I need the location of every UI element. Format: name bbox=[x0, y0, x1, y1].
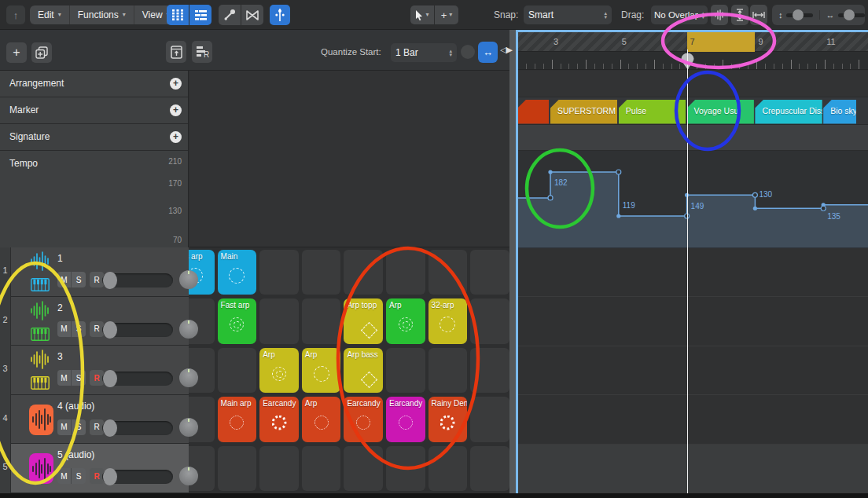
empty-cell-slot[interactable] bbox=[218, 446, 257, 492]
empty-cell-slot[interactable] bbox=[259, 446, 299, 492]
beat-ruler[interactable] bbox=[517, 52, 868, 70]
global-track-signature[interactable]: Signature + bbox=[0, 124, 188, 151]
loop-cell[interactable]: Main bbox=[218, 250, 257, 295]
empty-cell-slot[interactable] bbox=[218, 348, 257, 394]
empty-cell-slot[interactable] bbox=[302, 446, 341, 492]
volume-slider[interactable] bbox=[102, 372, 173, 386]
back-up-button[interactable]: ↑ bbox=[6, 5, 25, 24]
mute-button[interactable]: M bbox=[57, 321, 72, 337]
marker-segment[interactable]: Pulse bbox=[619, 100, 686, 124]
mute-button[interactable]: M bbox=[57, 419, 72, 435]
global-track-tempo[interactable]: Tempo 21017013070 bbox=[0, 151, 188, 247]
horizontal-link-button[interactable]: ↔ bbox=[478, 42, 498, 63]
loop-cell[interactable]: 32-arp bbox=[428, 298, 468, 344]
snap-dropdown[interactable]: Smart ▴▾ bbox=[524, 5, 612, 24]
empty-cell-slot[interactable] bbox=[470, 250, 509, 295]
empty-cell-slot[interactable] bbox=[470, 298, 509, 344]
empty-cell-slot[interactable] bbox=[259, 298, 299, 344]
empty-cell-slot[interactable] bbox=[259, 250, 299, 295]
solo-button[interactable]: S bbox=[72, 468, 86, 484]
empty-cell-slot[interactable] bbox=[302, 298, 341, 344]
divider-grab-icon[interactable]: ◁▶ bbox=[500, 45, 512, 55]
track-header[interactable]: 1MSR bbox=[11, 247, 189, 297]
loop-cell[interactable]: Fast arp bbox=[218, 298, 257, 344]
secondary-tool-button[interactable]: + ▾ bbox=[435, 5, 458, 24]
marker-segment[interactable]: Bio sky bbox=[823, 100, 856, 124]
loop-cell[interactable]: Earcandy bbox=[344, 397, 383, 442]
row-settings-button[interactable]: R bbox=[192, 41, 212, 63]
bar-ruler[interactable]: 357911 bbox=[517, 32, 868, 53]
mute-button[interactable]: M bbox=[57, 370, 72, 386]
arrangement-lane[interactable] bbox=[517, 71, 868, 98]
tempo-lane[interactable]: 182119149130135 bbox=[517, 151, 868, 248]
solo-button[interactable]: S bbox=[72, 272, 86, 287]
marquee-tool-button[interactable] bbox=[219, 5, 241, 25]
loop-cell[interactable]: Arp topp bbox=[344, 298, 383, 344]
mute-button[interactable]: M bbox=[57, 468, 72, 484]
panel-divider[interactable] bbox=[509, 30, 516, 493]
add-signature-button[interactable]: + bbox=[170, 131, 182, 143]
empty-cell-slot[interactable] bbox=[386, 250, 425, 295]
empty-cell-slot[interactable] bbox=[302, 250, 341, 295]
cycle-region[interactable] bbox=[687, 32, 756, 53]
quantize-start-dropdown[interactable]: 1 Bar ▴▾ bbox=[391, 43, 457, 62]
vertical-zoom-slider-track[interactable] bbox=[786, 13, 813, 17]
menu-functions[interactable]: Functions▾ bbox=[70, 5, 134, 24]
solo-button[interactable]: S bbox=[72, 419, 86, 435]
solo-button[interactable]: S bbox=[72, 321, 86, 337]
mute-button[interactable]: M bbox=[57, 272, 72, 287]
catch-playhead-button[interactable] bbox=[270, 5, 290, 25]
vertical-zoom-slider-thumb[interactable] bbox=[793, 9, 804, 20]
loop-cell[interactable]: Arp bass bbox=[344, 348, 383, 394]
track-header[interactable]: 5 (audio)MSR bbox=[11, 444, 189, 493]
loop-cell[interactable]: Arp bbox=[302, 397, 341, 442]
empty-cell-slot[interactable] bbox=[344, 446, 383, 492]
horizontal-zoom-slider[interactable]: ↔ bbox=[820, 10, 868, 20]
loop-cell[interactable]: Arp bbox=[302, 348, 341, 394]
volume-slider-thumb[interactable] bbox=[103, 321, 117, 339]
empty-cell-slot[interactable] bbox=[428, 250, 468, 295]
rows-view-button[interactable] bbox=[189, 5, 211, 25]
playhead-line[interactable] bbox=[687, 49, 688, 493]
global-track-arrangement[interactable]: Arrangement + bbox=[0, 71, 188, 97]
marker-segment[interactable] bbox=[517, 100, 549, 124]
duplicate-scene-button[interactable] bbox=[31, 42, 52, 63]
volume-slider[interactable] bbox=[102, 470, 173, 484]
loop-cell[interactable]: Earcandy bbox=[386, 397, 425, 442]
arrange-lane-row[interactable] bbox=[517, 346, 868, 396]
loop-cell[interactable]: Arp bbox=[386, 298, 425, 344]
arrange-lane-row[interactable] bbox=[517, 445, 868, 494]
horizontal-zoom-slider-thumb[interactable] bbox=[844, 9, 855, 20]
pan-knob[interactable] bbox=[179, 418, 198, 437]
waveform-zoom-button[interactable] bbox=[711, 5, 728, 25]
volume-slider-thumb[interactable] bbox=[103, 468, 117, 485]
vertical-auto-zoom-button[interactable] bbox=[731, 5, 748, 25]
volume-slider[interactable] bbox=[102, 273, 173, 287]
empty-cell-slot[interactable] bbox=[428, 348, 468, 394]
empty-cell-slot[interactable] bbox=[428, 446, 468, 492]
empty-cell-slot[interactable] bbox=[386, 348, 425, 394]
empty-cell-slot[interactable] bbox=[470, 348, 509, 394]
pan-knob[interactable] bbox=[179, 270, 198, 289]
performance-knob[interactable] bbox=[461, 45, 475, 59]
show-column-button[interactable] bbox=[166, 41, 186, 63]
marker-segment[interactable]: Voyage Usu bbox=[687, 100, 754, 124]
crossfade-tool-button[interactable] bbox=[241, 5, 263, 25]
global-track-marker[interactable]: Marker + bbox=[0, 97, 188, 124]
track-header[interactable]: 2MSR bbox=[11, 297, 189, 346]
arrange-lane-row[interactable] bbox=[517, 297, 868, 346]
add-marker-button[interactable]: + bbox=[170, 104, 182, 116]
marker-segment[interactable]: SUPERSTORM bbox=[550, 100, 617, 124]
add-scene-button[interactable]: + bbox=[6, 42, 27, 63]
drag-dropdown[interactable]: No Overlap ▴▾ bbox=[651, 5, 708, 24]
pointer-tool-button[interactable]: ▾ bbox=[410, 5, 434, 24]
loop-cell[interactable]: Rainy Den.1 bbox=[428, 397, 468, 442]
volume-slider[interactable] bbox=[102, 421, 173, 435]
add-arrangement-button[interactable]: + bbox=[170, 78, 182, 90]
arrange-lane-row[interactable] bbox=[517, 248, 868, 298]
loop-cell[interactable]: Arp bbox=[259, 348, 299, 394]
tempo-curve[interactable] bbox=[517, 151, 868, 251]
horizontal-auto-zoom-button[interactable] bbox=[750, 5, 767, 25]
empty-cell-slot[interactable] bbox=[470, 446, 509, 492]
pan-knob[interactable] bbox=[179, 368, 198, 387]
